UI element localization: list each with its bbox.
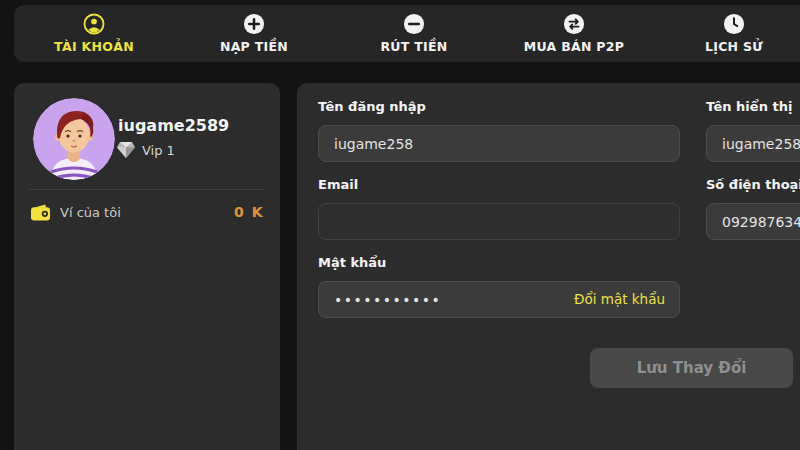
username-label: Tên đăng nhập xyxy=(318,99,680,114)
tab-label: NẠP TIỀN xyxy=(220,39,288,54)
wallet-icon xyxy=(30,203,51,222)
account-form-panel: Tên đăng nhập Tên hiển thị Email Số điện… xyxy=(297,83,800,450)
tab-rut-tien[interactable]: RÚT TIỀN xyxy=(334,5,494,62)
avatar xyxy=(33,98,115,180)
display-name-input[interactable] xyxy=(706,125,800,162)
tab-nap-tien[interactable]: NẠP TIỀN xyxy=(174,5,334,62)
wallet-row[interactable]: Ví của tôi 0 K xyxy=(30,198,264,226)
diamond-icon xyxy=(116,141,136,159)
profile-card: iugame2589 Vip 1 Ví của tôi 0 K xyxy=(14,83,280,450)
top-navigation: TÀI KHOẢN NẠP TIỀN RÚT TIỀN MUA BÁN xyxy=(14,5,800,62)
divider xyxy=(30,189,264,190)
phone-label: Số điện thoại xyxy=(706,177,800,192)
tab-label: LỊCH SỬ xyxy=(705,39,763,54)
tab-lich-su[interactable]: LỊCH SỬ xyxy=(654,5,800,62)
swap-arrows-icon xyxy=(563,13,585,35)
save-changes-button[interactable]: Lưu Thay Đổi xyxy=(590,348,793,388)
tab-label: MUA BÁN P2P xyxy=(524,39,625,54)
wallet-label: Ví của tôi xyxy=(60,205,121,220)
tab-label: RÚT TIỀN xyxy=(380,39,447,54)
plus-circle-icon xyxy=(243,13,265,35)
tab-mua-ban-p2p[interactable]: MUA BÁN P2P xyxy=(494,5,654,62)
display-name-field-group: Tên hiển thị xyxy=(706,99,800,162)
password-field-group: Mật khẩu Đổi mật khẩu xyxy=(318,255,680,318)
email-input[interactable] xyxy=(318,203,680,240)
tab-label: TÀI KHOẢN xyxy=(54,39,134,54)
vip-label: Vip 1 xyxy=(142,143,175,158)
clock-icon xyxy=(723,13,745,35)
minus-circle-icon xyxy=(403,13,425,35)
password-input-wrap: Đổi mật khẩu xyxy=(318,281,680,318)
username-field-group: Tên đăng nhập xyxy=(318,99,680,162)
phone-field-group: Số điện thoại xyxy=(706,177,800,240)
user-icon xyxy=(83,13,105,35)
password-label: Mật khẩu xyxy=(318,255,680,270)
vip-badge: Vip 1 xyxy=(116,141,175,159)
username: iugame2589 xyxy=(118,116,229,135)
change-password-link[interactable]: Đổi mật khẩu xyxy=(574,291,665,307)
username-input[interactable] xyxy=(318,125,680,162)
tab-tai-khoan[interactable]: TÀI KHOẢN xyxy=(14,5,174,62)
phone-input[interactable] xyxy=(706,203,800,240)
display-name-label: Tên hiển thị xyxy=(706,99,800,114)
email-field-group: Email xyxy=(318,177,680,240)
wallet-balance: 0 K xyxy=(234,204,264,220)
email-label: Email xyxy=(318,177,680,192)
